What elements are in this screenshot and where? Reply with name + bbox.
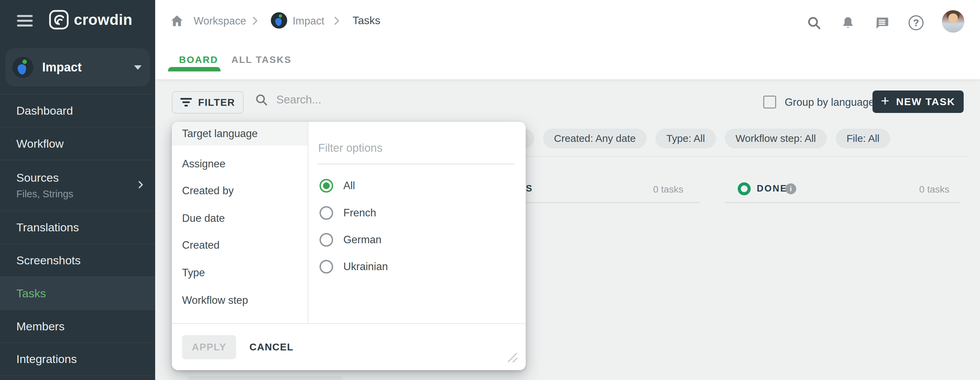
user-avatar[interactable] [942,10,964,33]
crowdin-app: crowdin Impact Dashboard Workflow Source… [0,0,980,380]
popover-divider [308,122,308,323]
filter-category-assignee[interactable]: Assignee [172,150,308,177]
sidebar-item-translations[interactable]: Translations [0,211,155,243]
filter-button[interactable]: FILTER [172,91,243,114]
done-status-icon [738,182,751,195]
tab-board[interactable]: BOARD [179,54,218,65]
filter-list-icon [180,98,192,107]
filter-category-target-language[interactable]: Target language [172,122,308,146]
task-search [255,93,419,107]
sidebar-nav: Dashboard Workflow Sources Files, String… [0,94,155,375]
active-tab-indicator [168,67,221,72]
column-count: 0 tasks [653,184,683,195]
home-icon[interactable] [169,14,185,29]
radio-option-all[interactable]: All [320,179,355,192]
info-icon[interactable]: i [785,183,796,194]
tab-all-tasks[interactable]: ALL TASKS [231,54,292,65]
chip-type[interactable]: Type: All [655,129,716,148]
tasks-board-main: FILTER Group by language + NEW TASK Crea… [155,79,980,380]
breadcrumb-current: Tasks [353,14,380,27]
group-by-language-checkbox[interactable] [763,95,776,108]
column-title-done: DONE [757,183,788,194]
filter-options-input[interactable] [318,142,509,154]
popover-footer-divider [172,323,526,324]
sidebar-item-dashboard[interactable]: Dashboard [0,94,155,127]
radio-option-french[interactable]: French [320,206,376,220]
help-icon[interactable]: ? [908,14,924,31]
topbar: Workspace Impact Tasks ? BOARD ALL [155,0,980,79]
chevron-right-icon [249,15,261,28]
chip-file[interactable]: File: All [836,129,891,148]
column-count: 0 tasks [919,184,950,195]
chevron-right-icon [135,180,146,191]
cancel-button[interactable]: CANCEL [250,335,294,359]
radio-option-german[interactable]: German [320,233,382,246]
project-name: Impact [42,60,82,75]
sidebar-item-workflow[interactable]: Workflow [0,127,155,160]
chips-divider [502,156,969,157]
input-underline [318,164,514,164]
radio-icon [320,206,333,220]
topbar-actions: ? [806,13,964,33]
breadcrumb-project[interactable]: Impact [293,15,324,27]
crowdin-logo[interactable]: crowdin [49,10,132,30]
filter-category-created[interactable]: Created [172,232,308,259]
sidebar-item-integrations[interactable]: Integrations [0,343,155,375]
resize-handle-icon[interactable] [504,350,519,364]
chip-workflow-step[interactable]: Workflow step: All [725,129,827,148]
sidebar-item-screenshots[interactable]: Screenshots [0,243,155,277]
hidden-column-edge [188,376,342,380]
notifications-bell-icon[interactable] [840,14,856,31]
chevron-down-icon [134,65,142,70]
radio-icon [320,233,333,246]
project-selector[interactable]: Impact [5,48,150,86]
chip-created[interactable]: Created: Any date [543,129,646,148]
group-by-language-label: Group by language [785,96,875,108]
apply-button[interactable]: APPLY [182,335,236,359]
radio-selected-icon [320,179,333,192]
menu-icon[interactable] [17,15,33,27]
sources-sublabel: Files, Strings [0,188,155,200]
filter-category-type[interactable]: Type [172,259,308,286]
filter-popover: Target language Assignee Created by Due … [172,122,526,370]
search-icon [255,93,268,107]
breadcrumb-project-avatar [271,12,287,29]
crowdin-logo-icon [49,10,69,30]
sidebar-item-sources[interactable]: Sources Files, Strings [0,160,155,211]
chevron-right-icon [331,15,342,28]
breadcrumb-workspace[interactable]: Workspace [194,15,247,27]
filter-category-workflow-step[interactable]: Workflow step [172,287,308,314]
filter-category-due-date[interactable]: Due date [172,205,308,232]
search-icon[interactable] [806,14,822,31]
column-divider [517,202,700,203]
messages-icon[interactable] [874,14,890,31]
project-avatar [12,57,33,78]
sidebar-item-members[interactable]: Members [0,310,155,343]
sidebar: crowdin Impact Dashboard Workflow Source… [0,0,155,380]
sidebar-item-tasks[interactable]: Tasks [0,277,155,310]
radio-option-ukrainian[interactable]: Ukrainian [320,260,388,273]
filter-category-created-by[interactable]: Created by [172,177,308,204]
radio-icon [320,260,333,273]
new-task-button[interactable]: + NEW TASK [872,91,964,113]
plus-icon: + [881,94,889,108]
crowdin-wordmark: crowdin [74,11,132,28]
filter-chips: Created: Any date Type: All Workflow ste… [543,129,890,148]
search-input[interactable] [276,93,419,106]
column-divider [725,202,959,203]
